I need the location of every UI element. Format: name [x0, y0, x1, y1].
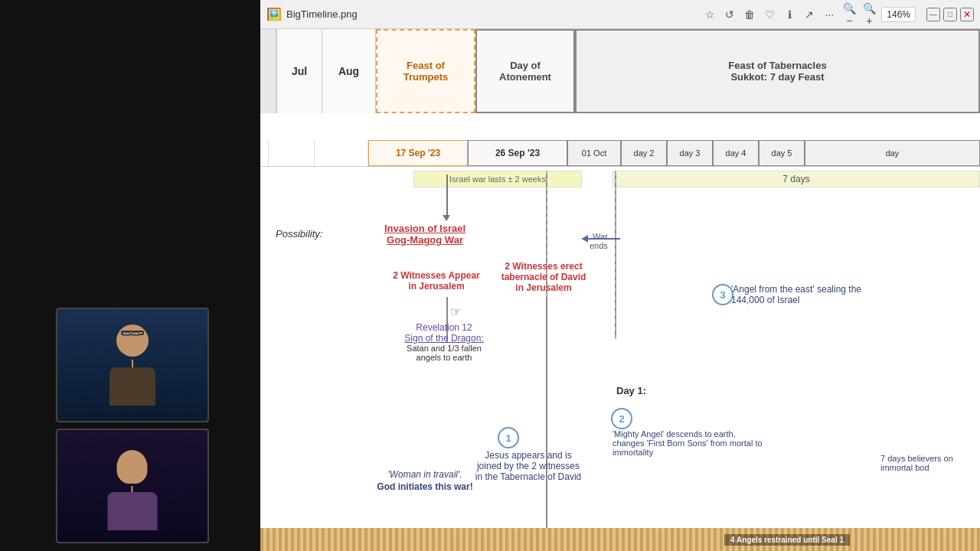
date-aug [315, 140, 368, 166]
circle-2: 2 [611, 408, 632, 429]
date-day-more: day [805, 140, 980, 166]
tabernacles-subtitle: Sukkot: 7 day Feast [730, 71, 824, 83]
invasion-link[interactable]: Invasion of Israel Gog-Magog War [375, 223, 475, 246]
seven-days-text: 7 days [782, 174, 809, 184]
revelation12-title: Revelation 12 [394, 322, 494, 333]
circle-1: 1 [498, 427, 519, 448]
zoom-in-button[interactable]: 🔍+ [861, 7, 877, 22]
revelation12-text: Satan and 1/3 fallen angels to earth [394, 344, 494, 362]
jesus-text: Jesus appears and is joined by the 2 wit… [475, 450, 582, 482]
woman-travail-text: 'Woman in travail'. [368, 469, 482, 480]
month-aug: Aug [322, 29, 376, 113]
minimize-button[interactable]: — [926, 8, 940, 21]
atonement-title: Day of [510, 60, 541, 71]
revelation12-block: Revelation 12 Sign of the Dragon: Satan … [394, 322, 494, 362]
day1-label: Day 1: [616, 385, 646, 396]
war-ends-arrow [582, 238, 620, 240]
atonement-subtitle: Atonement [499, 71, 551, 83]
date-day3: day 3 [667, 140, 713, 166]
war-banner: Israel war lasts ± 2 weeks [413, 171, 582, 187]
date-day2: day 2 [621, 140, 667, 166]
date-jul [269, 140, 315, 166]
feast-trumpets-subtitle: Trumpets [403, 71, 449, 83]
witnesses-erect-text: 2 Witnesses erect tabernacle of David in… [490, 261, 597, 293]
date-he [260, 140, 269, 166]
month-jul: Jul [276, 29, 322, 113]
invasion-title: Invasion of Israel [375, 223, 475, 234]
mighty-angel-text: 'Mighty Angel' descends to earth, change… [612, 429, 766, 457]
date-17sep: 17 Sep '23 [368, 140, 468, 166]
timeline-content: Jul Aug Feast of Trumpets Day of Atoneme… [260, 29, 980, 551]
timeline-header-top: Jul Aug Feast of Trumpets Day of Atoneme… [260, 29, 980, 113]
war-banner-text: Israel war lasts ± 2 weeks [449, 174, 546, 184]
bottom-bar: 4 Angels restrained until Seal 1 [260, 528, 980, 551]
toolbar-bookmark[interactable]: ☆ [702, 7, 717, 22]
seven-days-banner: 7 days [612, 171, 980, 187]
close-button[interactable]: ✕ [960, 8, 974, 21]
toolbar-refresh[interactable]: ↺ [722, 7, 737, 22]
witnesses-erect-vline [546, 297, 547, 542]
invasion-subtitle: Gog-Magog War [375, 234, 475, 246]
circle-1-label: 1 [505, 432, 511, 444]
witnesses-erect: 2 Witnesses erect tabernacle of David in… [490, 261, 597, 293]
cursor-icon: ☞ [450, 305, 461, 319]
left-panel [0, 0, 264, 551]
revelation12-sub: Sign of the Dragon: [394, 333, 494, 344]
date-day4: day 4 [713, 140, 759, 166]
feast-trumpets-title: Feast of [407, 60, 445, 71]
circle-3: 3 [712, 284, 733, 305]
tabernacles-title: Feast of Tabernacles [728, 60, 826, 71]
four-angels-text: 4 Angels restrained until Seal 1 [724, 534, 850, 546]
day-atonement-header: Day of Atonement [475, 29, 575, 113]
browser-window: 🖼️ BigTimeline.png ☆ ↺ 🗑 ♡ ℹ ↗ ··· 🔍− 🔍+… [260, 0, 980, 551]
toolbar-heart[interactable]: ♡ [762, 7, 777, 22]
possibility-label: Possibility: [276, 228, 322, 240]
circle-3-label: 3 [720, 289, 725, 301]
month-he [260, 29, 276, 113]
oct1-vline [615, 171, 616, 339]
woman-travail: 'Woman in travail'. God initiates this w… [368, 469, 482, 492]
date-01oct: 01 Oct [567, 140, 621, 166]
trumpets-arrow-line [446, 174, 448, 217]
feast-trumpets-header: Feast of Trumpets [376, 29, 475, 113]
date-day5: day 5 [759, 140, 805, 166]
war-ends-label: War ends [590, 232, 608, 250]
circle-2-label: 2 [619, 413, 624, 425]
date-row: 17 Sep '23 26 Sep '23 01 Oct day 2 day 3… [260, 140, 980, 167]
window-controls: — □ ✕ [926, 8, 974, 21]
webcam-male [56, 308, 209, 422]
toolbar-delete[interactable]: 🗑 [742, 7, 757, 22]
witnesses-appear: 2 Witnesses Appear in Jerusalem [387, 270, 486, 292]
maximize-button[interactable]: □ [943, 8, 957, 21]
trumpets-arrow-head [443, 215, 450, 221]
feast-tabernacles-header: Feast of Tabernacles Sukkot: 7 day Feast [575, 29, 980, 113]
browser-icon: 🖼️ [266, 7, 282, 21]
god-initiates-text: God initiates this war! [368, 481, 482, 492]
browser-filename: BigTimeline.png [286, 8, 697, 20]
toolbar-share[interactable]: ↗ [802, 7, 817, 22]
zoom-out-button[interactable]: 🔍− [841, 7, 857, 22]
browser-titlebar: 🖼️ BigTimeline.png ☆ ↺ 🗑 ♡ ℹ ↗ ··· 🔍− 🔍+… [260, 0, 980, 29]
webcam-female [56, 429, 209, 543]
toolbar-more[interactable]: ··· [822, 7, 837, 22]
date-26sep: 26 Sep '23 [468, 140, 567, 166]
timeline-body: Israel war lasts ± 2 weeks 7 days Possib… [260, 171, 980, 528]
toolbar-info[interactable]: ℹ [782, 7, 797, 22]
seven-days-believers: 7 days believers on immortal bod [880, 454, 980, 472]
angel-east-text: 'Angel from the east' sealing the 144,00… [731, 284, 892, 305]
zoom-level: 146% [881, 7, 916, 22]
